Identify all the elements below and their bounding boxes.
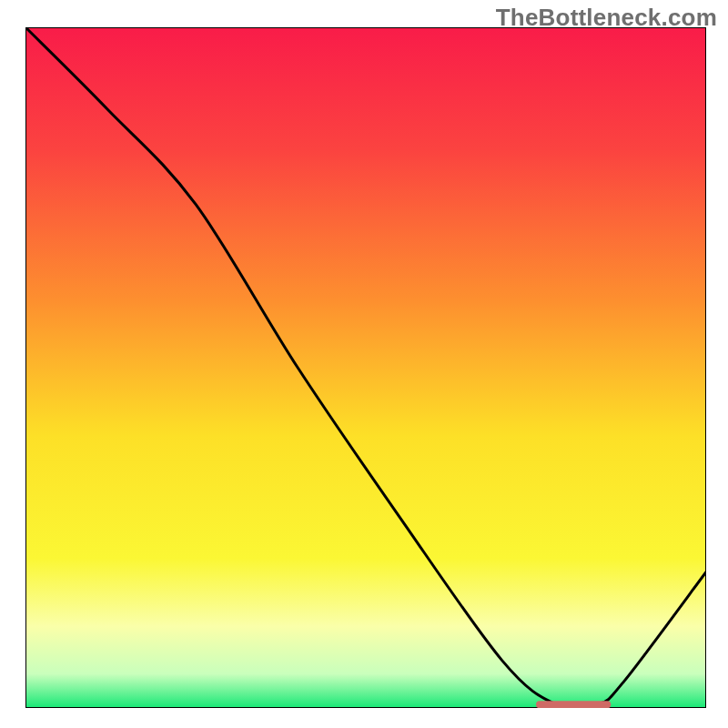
chart-plot: [25, 27, 706, 708]
min-marker: [536, 701, 611, 708]
chart-stage: TheBottleneck.com: [0, 0, 728, 728]
chart-svg: [25, 27, 706, 708]
